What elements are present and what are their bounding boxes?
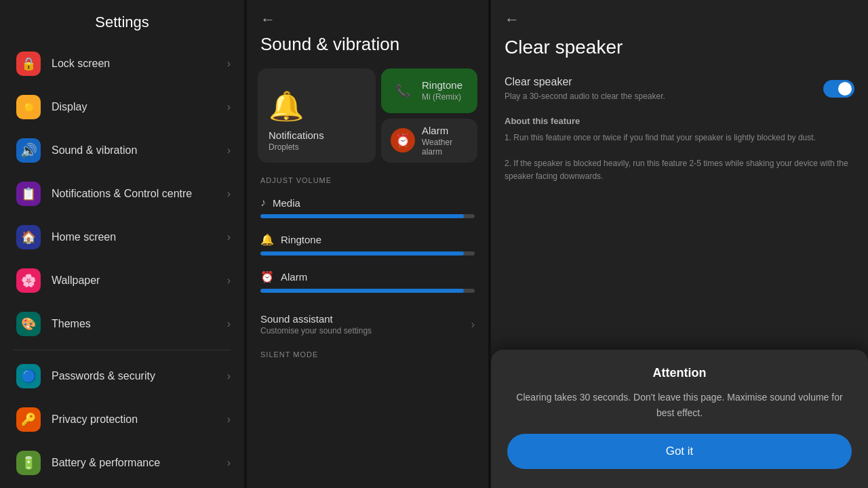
chevron-icon: › <box>227 457 231 469</box>
sidebar-item-sound-vibration[interactable]: 🔊 Sound & vibration › <box>0 129 244 172</box>
themes-icon: 🎨 <box>16 312 41 336</box>
sidebar-item-label: Home screen <box>52 231 227 243</box>
wallpaper-icon: 🌸 <box>16 268 41 293</box>
notifications-card-sublabel: Droplets <box>269 142 365 152</box>
chevron-icon: › <box>227 413 231 426</box>
sidebar-item-label: Display <box>52 101 227 113</box>
chevron-icon: › <box>227 370 231 382</box>
sidebar-item-privacy-protection[interactable]: 🔑 Privacy protection › <box>0 398 244 441</box>
volume-item-alarm: ⏰ Alarm <box>247 266 488 304</box>
media-volume-bar-fill <box>260 214 464 218</box>
alarm-volume-bar-fill <box>260 289 464 293</box>
media-volume-bar-bg[interactable] <box>260 214 475 218</box>
sidebar-item-label: Passwords & security <box>52 370 227 382</box>
ringtone-volume-icon: 🔔 <box>260 233 274 246</box>
attention-modal-title: Attention <box>507 366 852 380</box>
got-it-button[interactable]: Got it <box>507 434 852 469</box>
chevron-icon: › <box>227 101 231 113</box>
ringtone-volume-bar-bg[interactable] <box>260 251 475 256</box>
sidebar-item-label: Lock screen <box>52 58 227 70</box>
chevron-icon: › <box>227 144 231 157</box>
sidebar-item-display[interactable]: ☀️ Display › <box>0 85 244 129</box>
settings-left-panel: Settings 🔒 Lock screen › ☀️ Display › 🔊 … <box>0 0 244 488</box>
battery-icon: 🔋 <box>16 451 41 475</box>
sound-assistant-chevron-icon: › <box>471 319 475 331</box>
about-feature-line-1: 1. Run this feature once or twice if you… <box>505 133 816 142</box>
sidebar-item-battery-performance[interactable]: 🔋 Battery & performance › <box>0 441 244 485</box>
home-icon: 🏠 <box>16 225 41 249</box>
sidebar-item-label: Privacy protection <box>52 413 227 426</box>
chevron-icon: › <box>227 274 231 287</box>
clear-speaker-panel: ← Clear speaker Clear speaker Play a 30-… <box>491 0 868 488</box>
about-feature-title: About this feature <box>505 116 854 126</box>
privacy-icon: 🔑 <box>16 407 41 432</box>
alarm-volume-bar-bg[interactable] <box>260 289 475 293</box>
passwords-icon: 🔵 <box>16 364 41 388</box>
alarm-volume-label: Alarm <box>281 271 307 283</box>
ringtone-card[interactable]: 📞 Ringtone Mi (Remix) <box>381 68 477 113</box>
middle-panel-title: Sound & vibration <box>247 34 488 68</box>
notifications-card-label: Notifications <box>269 129 365 141</box>
ringtone-card-sublabel: Mi (Remix) <box>422 92 462 102</box>
volume-item-media: ♪ Media <box>247 192 488 229</box>
ringtone-volume-label: Ringtone <box>281 234 321 245</box>
alarm-icon: ⏰ <box>391 128 415 152</box>
about-feature-section: About this feature 1. Run this feature o… <box>491 102 868 184</box>
sidebar-item-home-screen[interactable]: 🏠 Home screen › <box>0 216 244 259</box>
notifications-bell-icon: 🔔 <box>269 89 365 123</box>
sound-assistant-text: Sound assistant Customise your sound set… <box>260 313 471 336</box>
sidebar-item-lock-screen[interactable]: 🔒 Lock screen › <box>0 42 244 85</box>
sidebar-item-label: Wallpaper <box>52 274 227 287</box>
clear-speaker-section: Clear speaker Play a 30-second audio to … <box>491 69 868 102</box>
sound-vibration-panel: ← Sound & vibration 🔔 Notifications Drop… <box>247 0 488 488</box>
attention-modal: Attention Clearing takes 30 seconds. Don… <box>491 350 868 488</box>
notifications-icon: 📋 <box>16 182 41 206</box>
sound-cards-container: 🔔 Notifications Droplets 📞 Ringtone Mi (… <box>247 68 488 174</box>
sidebar-item-wallpaper[interactable]: 🌸 Wallpaper › <box>0 259 244 302</box>
clear-speaker-sublabel: Play a 30-second audio to clear the spea… <box>505 91 665 102</box>
alarm-card-label: Alarm <box>422 125 468 136</box>
about-feature-line-2: 2. If the speaker is blocked heavily, ru… <box>505 159 848 181</box>
alarm-card[interactable]: ⏰ Alarm Weather alarm <box>381 119 477 163</box>
ringtone-volume-bar-fill <box>260 251 464 256</box>
notifications-card[interactable]: 🔔 Notifications Droplets <box>258 68 376 163</box>
sound-assistant-sublabel: Customise your sound settings <box>260 326 471 336</box>
sound-icon: 🔊 <box>16 138 41 163</box>
lock-screen-icon: 🔒 <box>16 52 41 76</box>
chevron-icon: › <box>227 231 231 243</box>
media-volume-icon: ♪ <box>260 197 266 209</box>
ringtone-icon: 📞 <box>391 79 415 103</box>
alarm-volume-icon: ⏰ <box>260 270 274 283</box>
about-feature-text: 1. Run this feature once or twice if you… <box>505 131 854 184</box>
sidebar-item-label: Battery & performance <box>52 457 227 469</box>
sound-assistant-item[interactable]: Sound assistant Customise your sound set… <box>247 304 488 345</box>
middle-header: ← <box>247 0 488 34</box>
chevron-icon: › <box>227 58 231 70</box>
sidebar-item-label: Notifications & Control centre <box>52 188 227 200</box>
media-volume-label: Media <box>273 197 300 209</box>
sidebar-item-notifications[interactable]: 📋 Notifications & Control centre › <box>0 172 244 216</box>
sidebar-item-passwords-security[interactable]: 🔵 Passwords & security › <box>0 354 244 398</box>
clear-speaker-toggle[interactable] <box>823 80 854 98</box>
adjust-volume-label: ADJUST VOLUME <box>247 174 488 192</box>
chevron-icon: › <box>227 318 231 330</box>
back-button[interactable]: ← <box>260 11 275 28</box>
clear-speaker-row: Clear speaker Play a 30-second audio to … <box>505 76 854 102</box>
sidebar-item-label: Themes <box>52 318 227 330</box>
right-panel-title: Clear speaker <box>491 34 868 69</box>
sidebar-item-apps[interactable]: ⚙️ Apps › <box>0 485 244 488</box>
clear-speaker-label: Clear speaker <box>505 76 665 88</box>
ringtone-card-label: Ringtone <box>422 79 462 91</box>
section-divider <box>14 350 231 350</box>
right-panel-header: ← <box>491 0 868 34</box>
chevron-icon: › <box>227 188 231 200</box>
right-back-button[interactable]: ← <box>505 11 519 28</box>
volume-item-ringtone: 🔔 Ringtone <box>247 229 488 266</box>
attention-modal-body: Clearing takes 30 seconds. Don't leave t… <box>507 390 852 420</box>
alarm-card-sublabel: Weather alarm <box>422 138 468 157</box>
sidebar-item-themes[interactable]: 🎨 Themes › <box>0 302 244 346</box>
settings-title: Settings <box>0 0 244 42</box>
silent-mode-label: SILENT MODE <box>247 345 488 359</box>
sidebar-item-label: Sound & vibration <box>52 144 227 157</box>
display-icon: ☀️ <box>16 95 41 119</box>
